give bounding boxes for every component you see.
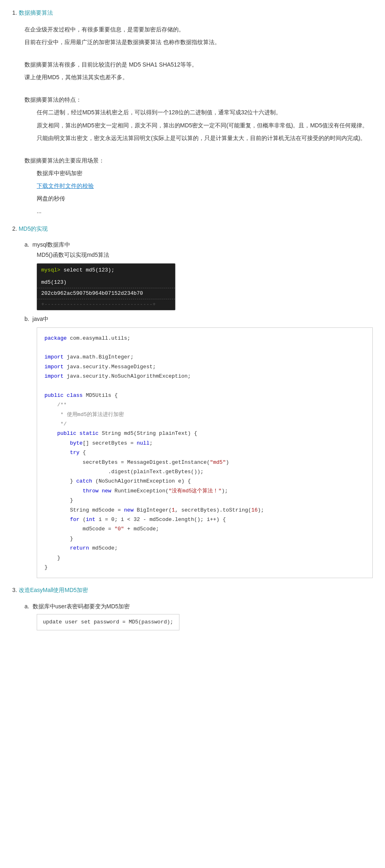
mysql-header: mysql> select md5(123); [37,264,175,277]
java-code-import3: import java.security.NoSuchAlgorithmExce… [44,373,191,379]
java-code-import2: import java.security.MessageDigest; [44,364,156,370]
java-code-return: return md5code; [44,545,117,551]
section-1-feature3: 只能由明文算出密文，密文永远无法算回明文(实际上是可以算的，只是计算量太大，目前… [37,133,373,143]
java-code-for: for (int i = 0; i < 32 - md5code.length(… [44,516,226,523]
java-code-import1: import java.math.BigInteger; [44,354,133,360]
java-code-closemethod: } [44,555,60,561]
section-1-scenarios-title: 数据摘要算法的主要应用场景： [24,156,373,166]
section-3-title: 改造EasyMall使用MD5加密 [19,585,88,595]
section-1-para3: 数据摘要算法有很多，目前比较流行的是 MD5 SHA1 SHA512等等。 [24,60,373,70]
section-1-scenario1: 数据库中密码加密 [37,168,373,178]
mysql-col-line: md5(123) [37,277,175,288]
java-code-class: public class MD5Utils { [44,392,117,398]
section-2-sub-a-header: a. mysql数据库中 [24,240,373,250]
java-code-digest: .digest(plainText.getBytes()); [44,469,204,475]
mysql-bottom-line: +----------------------------------+ [37,299,175,310]
section-1-scenario4: ... [37,206,373,216]
section-1-para1: 在企业级开发过程中，有很多重要信息，是需要加密后存储的。 [24,24,373,35]
sub-b-label: b. [24,316,29,322]
java-code-try: try { [44,450,86,456]
java-code-byte: byte[] secretBytes = null; [44,440,153,446]
sub-a-label: a. [24,241,29,248]
mysql-col: md5(123) [41,279,66,285]
section-1-para2: 目前在行业中，应用最广泛的加密算法是数据摘要算法 也称作数据指纹算法。 [24,37,373,47]
sub-a-desc: MD5()函数可以实现md5算法 [37,250,373,260]
section-3-header: 3. 改造EasyMall使用MD5加密 [12,585,373,599]
sub-b-title: java中 [33,316,49,322]
java-code-package: package com.easymall.utils; [44,335,131,341]
section-2-sub-a: a. mysql数据库中 MD5()函数可以实现md5算法 mysql> sel… [24,240,373,310]
section-1-features-title: 数据摘要算法的特点： [24,95,373,105]
section-3-sub-a-title: 数据库中user表密码都要变为MD5加密 [33,603,130,610]
java-code-closetry: } [44,497,73,503]
java-code-comment1: /** [44,402,67,408]
section-1-para4: 课上使用MD5，其他算法其实也差不多。 [24,72,373,82]
section-2-title: MD5的实现 [19,224,48,234]
section-3-sub-a-header: a. 数据库中user表密码都要变为MD5加密 [24,602,373,612]
mysql-value-line: 202cb962ac59075b964b07152d234b70 [37,288,175,299]
java-code-catch: } catch (NoSuchAlgorithmException e) { [44,478,191,484]
java-code-bigint: String md5code = new BigInteger(1, secre… [44,507,264,513]
section-1-feature2: 原文相同，算出的MD5密文一定相同，原文不同，算出的MD5密文一定不同(可能重复… [37,120,373,131]
section-3-number: 3. [12,585,17,595]
mysql-code-block: mysql> select md5(123); md5(123) 202cb96… [37,263,175,310]
java-code-getinstance: secretBytes = MessageDigest.getInstance(… [44,459,229,465]
java-code-closeclass: } [44,564,48,570]
sql-text: update user set password = MD5(password)… [43,619,173,625]
java-code-closefor: } [44,536,73,542]
section-1-scenario2: 下载文件时文件的校验 [37,181,373,191]
section-3-sub-a-label: a. [24,603,29,610]
section-2-header: 2. MD5的实现 [12,224,373,237]
section-1-scenario3: 网盘的秒传 [37,194,373,204]
java-code-pad: md5code = "0" + md5code; [44,526,159,532]
sub-a-title: mysql数据库中 [33,241,71,248]
mysql-value: 202cb962ac59075b964b07152d234b70 [41,290,143,296]
section-2-number: 2. [12,224,17,234]
java-code-throw: throw new RuntimeException("没有md5这个算法！")… [44,488,228,494]
section-1-title: 数据摘要算法 [19,8,53,18]
section-2-sub-b-header: b. java中 [24,314,373,324]
java-code-method: public static String md5(String plainTex… [44,430,197,436]
section-3-sub-a: a. 数据库中user表密码都要变为MD5加密 update user set … [24,602,373,633]
section-1: 1. 数据摘要算法 在企业级开发过程中，有很多重要信息，是需要加密后存储的。 目… [12,8,373,217]
section-1-feature1: 任何二进制，经过MD5算法机密之后，可以得到一个128位的二进制值，通常写成32… [37,107,373,118]
section-3: 3. 改造EasyMall使用MD5加密 a. 数据库中user表密码都要变为M… [12,585,373,633]
section-2-sub-b: b. java中 package com.easymall.utils; imp… [24,314,373,579]
java-code-block: package com.easymall.utils; import java.… [37,327,373,579]
java-code-comment2: * 使用md5的算法进行加密 [44,412,124,418]
section-2: 2. MD5的实现 a. mysql数据库中 MD5()函数可以实现md5算法 … [12,224,373,579]
section-1-number: 1. [12,8,17,18]
java-code-comment3: */ [44,421,67,427]
section-1-header: 1. 数据摘要算法 [12,8,373,21]
sql-block: update user set password = MD5(password)… [37,614,179,630]
